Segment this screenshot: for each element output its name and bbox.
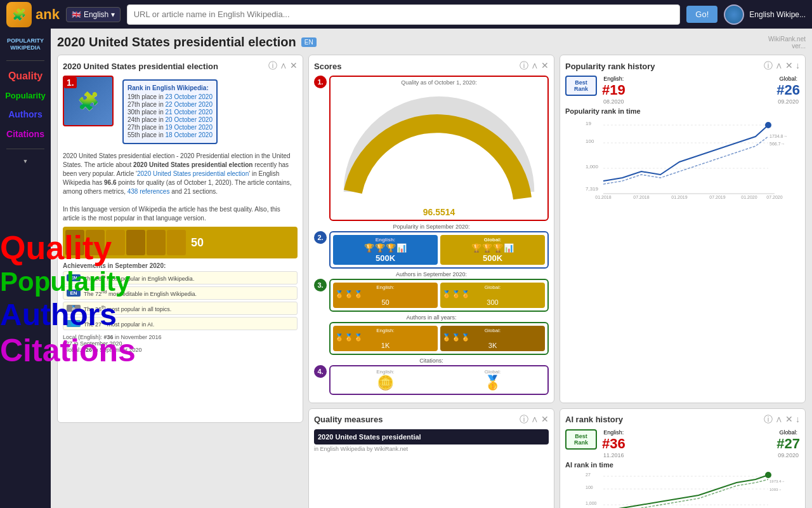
scores-popularity-row: 2. English: 🏆🏆🏆📊 500K Global: [314, 231, 549, 269]
scores-panel: Scores ⓘ ∧ ✕ 1. Quality as of October 1,… [308, 55, 554, 403]
main-grid: 2020 United States presidential election… [57, 55, 806, 508]
achieve-item-2: EN The 72nd most editable in English Wik… [63, 286, 298, 300]
citations-header: Citations: [314, 358, 549, 364]
quality-measures-panel: Quality measures ⓘ ∧ ✕ 2020 United State… [308, 408, 554, 508]
spacer [314, 322, 327, 355]
rank-panel-controls[interactable]: ⓘ ∧ ✕ ↓ [764, 60, 800, 72]
rank-header-row: BestRank English: #19 08.2020 Global: #2… [565, 76, 800, 105]
allyears-en-val: 1K [335, 342, 436, 349]
rank-link-4[interactable]: 20 October 2020 [166, 116, 213, 123]
quality-panel-controls[interactable]: ⓘ ∧ ✕ [520, 414, 549, 425]
quality-panel-header: Quality measures ⓘ ∧ ✕ [314, 414, 549, 425]
ai-panel-header: AI rank history ⓘ ∧ ✕ ↓ [565, 414, 800, 425]
rank-english-val: #19 [602, 82, 625, 98]
rank-global-date: 09.2020 [776, 98, 800, 105]
ai-chart-svg: 27 100 1,000 6,375 7 1093→ 1973.4→ 01.20… [565, 470, 800, 508]
sidebar-item-quality[interactable]: Quality [7, 67, 44, 84]
author-badge-english: English: 🏅🏅🏅 50 [333, 283, 438, 308]
svg-text:1,000: 1,000 [586, 501, 597, 505]
achievements-title: Achievements in September 2020: [63, 262, 298, 269]
main-content: 2020 United States presidential election… [51, 29, 812, 508]
article-link[interactable]: 2020 United States presidential election [137, 170, 249, 177]
go-button[interactable]: Go! [686, 6, 717, 23]
svg-text:100: 100 [586, 485, 593, 490]
svg-text:1,000: 1,000 [586, 164, 599, 170]
rank-chart-title: Popularity rank in time [565, 107, 800, 115]
rank-link-1[interactable]: 23 October 2020 [166, 93, 213, 100]
authors-allyears-section: English: 🏅🏅🏅 1K Global: 🏅🏅🏅 3K [329, 322, 549, 355]
article-panel-title: 2020 United States presidential election [63, 62, 218, 71]
rank-item-3: 30th place in 21 October 2020 [128, 109, 213, 116]
scores-authors-allyears-row: English: 🏅🏅🏅 1K Global: 🏅🏅🏅 3K [314, 322, 549, 355]
en-language-badge: EN [301, 37, 317, 47]
svg-text:07.2018: 07.2018 [633, 195, 649, 199]
cite-gl-icon: 🥇 [440, 375, 545, 391]
rank-link-6[interactable]: 18 October 2020 [166, 131, 213, 138]
achieve-badge-4: 🌐 [67, 320, 81, 327]
author-english-label: English: [335, 284, 436, 290]
rank-box: Rank in English Wikipedia: 19th place in… [122, 79, 218, 144]
svg-text:1973.4→: 1973.4→ [769, 479, 785, 483]
language-selector[interactable]: 🇬🇧 English ▾ [66, 7, 121, 22]
sidebar-item-popularity[interactable]: POPULARITYWIKIPEDIA [6, 35, 45, 54]
rank-chart-container: 19 100 1,000 7,319 566.7→ 173 [565, 117, 800, 202]
rank-link-5[interactable]: 19 October 2020 [166, 124, 213, 131]
citations-section: English: 🪙 Global: 🥇 [329, 365, 549, 395]
article-panel: 2020 United States presidential election… [57, 55, 303, 423]
authors-section: English: 🏅🏅🏅 50 Global: 🏅🏅🏅 300 [329, 279, 549, 312]
svg-text:01.2020: 01.2020 [741, 195, 757, 199]
rank-english-col: English: #19 08.2020 [602, 76, 625, 105]
page-title-area: 2020 United States presidential election… [57, 35, 806, 50]
ach-icon-5 [147, 230, 166, 255]
ai-english-val: #36 [602, 436, 625, 452]
rank-box-title: Rank in English Wikipedia: [128, 84, 213, 91]
refs-link[interactable]: 438 references [128, 188, 170, 195]
svg-text:1734.8→: 1734.8→ [769, 134, 787, 138]
ach-icon-3 [106, 230, 125, 255]
rank-link-2[interactable]: 22 October 2020 [166, 101, 213, 108]
author-icons-gl: 🏅🏅🏅 [442, 290, 543, 298]
svg-text:27: 27 [586, 472, 591, 477]
svg-text:7: 7 [762, 471, 764, 476]
search-input[interactable] [127, 4, 681, 25]
lang-flag: 🇬🇧 [72, 10, 81, 19]
svg-text:19: 19 [586, 121, 591, 126]
logo-text: ank [36, 6, 60, 23]
ai-panel-title: AI rank history [565, 415, 623, 424]
sidebar-divider [6, 60, 44, 61]
achieve-item-4: 🌐 The 27th most popular in AI. [63, 317, 298, 330]
pop-icons-global: 🏆🏆🏆📊 [471, 243, 514, 253]
article-panel-controls[interactable]: ⓘ ∧ ✕ [268, 60, 298, 72]
author-allyears-english: English: 🏅🏅🏅 1K [333, 326, 438, 351]
sidebar-item-authors[interactable]: Authors [7, 107, 44, 123]
rank-global-val: #26 [776, 82, 800, 98]
citations-row: English: 🪙 Global: 🥇 [333, 369, 545, 391]
achieve-text-1: The 26th most popular in English Wikiped… [84, 274, 194, 282]
pop-badge-english: English: 🏆🏆🏆📊 500K [333, 235, 438, 265]
top-navigation: 🧩 ank 🇬🇧 English ▾ Go! English Wikipe... [0, 0, 812, 29]
sidebar-item-popularity2[interactable]: Popularity [4, 88, 47, 104]
quality-subtitle: 2020 United States presidential [314, 429, 549, 444]
avatar [724, 4, 744, 25]
scores-panel-controls[interactable]: ⓘ ∧ ✕ [520, 60, 549, 72]
pop-english-value: 500K [376, 253, 395, 263]
ai-panel-controls[interactable]: ⓘ ∧ ✕ ↓ [764, 414, 800, 425]
rank-link-3[interactable]: 21 October 2020 [166, 109, 213, 116]
cite-english: English: 🪙 [333, 369, 438, 391]
author-global-label: Global: [442, 284, 543, 290]
score-num-2: 2. [314, 231, 327, 244]
achievements-section: Achievements in September 2020: EN The 2… [63, 262, 298, 330]
article-footer: Local (English): #36 in November 2016 #2… [63, 334, 298, 353]
article-image-container: 🧩 1. [63, 76, 119, 148]
author-badges-row: English: 🏅🏅🏅 50 Global: 🏅🏅🏅 300 [333, 283, 545, 308]
ach-icon-2 [86, 230, 105, 255]
achieve-text-4: The 27th most popular in AI. [84, 319, 154, 328]
author-allyears-global: Global: 🏅🏅🏅 3K [440, 326, 545, 351]
svg-text:566.7→: 566.7→ [769, 142, 785, 146]
sidebar-item-citations[interactable]: Citations [5, 126, 46, 142]
rank-chart-svg: 19 100 1,000 7,319 566.7→ 173 [565, 117, 800, 200]
svg-point-10 [765, 122, 771, 128]
rank-global-header: Global: [776, 76, 800, 82]
page-title: 2020 United States presidential election [57, 35, 296, 50]
gauge-value: 96.5514 [333, 207, 545, 217]
